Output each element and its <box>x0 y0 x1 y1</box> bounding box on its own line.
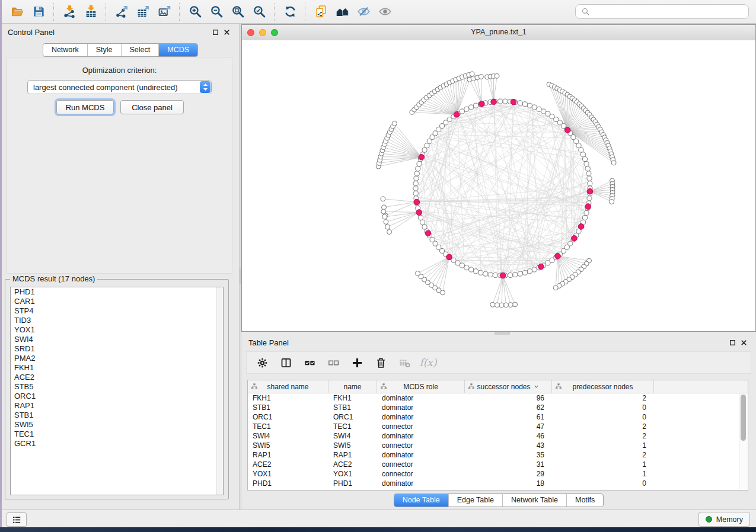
network-canvas[interactable] <box>242 40 755 331</box>
gear-button[interactable] <box>255 355 269 370</box>
tab-network-table[interactable]: Network Table <box>502 494 566 507</box>
close-icon <box>740 339 748 347</box>
add-column-button[interactable] <box>350 355 364 370</box>
table-row[interactable]: SWI5SWI5connector431 <box>248 441 748 450</box>
mcds-result-item[interactable]: PHD1 <box>11 287 223 297</box>
save-session-button[interactable] <box>28 2 49 21</box>
close-panel-button[interactable]: Close panel <box>120 100 184 114</box>
cell-name: SWI4 <box>328 432 377 440</box>
column-header-filler <box>654 380 748 393</box>
mcds-result-item[interactable]: RAP1 <box>11 401 223 411</box>
table-row[interactable]: YOX1YOX1connector291 <box>248 469 748 479</box>
task-history-button[interactable] <box>7 512 27 527</box>
column-header-mcds-role[interactable]: MCDS role <box>377 380 465 393</box>
cell-shared-name: SWI4 <box>248 432 328 440</box>
search-icon <box>580 7 591 17</box>
cell-predecessor-nodes: 0 <box>552 479 654 488</box>
import-network-button[interactable] <box>59 2 80 21</box>
zoom-fit-button[interactable] <box>227 2 248 21</box>
list-scrollbar[interactable] <box>216 287 223 495</box>
mcds-result-item[interactable]: SWI5 <box>11 420 223 430</box>
close-icon[interactable] <box>223 28 231 37</box>
gear-icon <box>256 357 269 369</box>
table-row[interactable]: TEC1TEC1connector472 <box>248 422 748 431</box>
zoom-out-icon <box>210 5 224 18</box>
mcds-result-item[interactable]: SRD1 <box>11 344 223 354</box>
cell-shared-name: FKH1 <box>248 394 328 402</box>
share-document-button[interactable] <box>310 2 331 21</box>
table-row[interactable]: STB1STB1dominator620 <box>248 403 748 412</box>
mcds-result-item[interactable]: PMA2 <box>11 354 223 363</box>
search-box[interactable] <box>575 4 749 19</box>
open-file-button[interactable] <box>7 2 28 21</box>
network-window-titlebar[interactable]: YPA_prune.txt_1 <box>242 25 755 41</box>
desktop-wallpaper <box>0 527 756 532</box>
delete-column-button[interactable] <box>374 355 388 370</box>
show-all-button[interactable] <box>374 2 395 21</box>
mcds-result-item[interactable]: STB5 <box>11 382 223 392</box>
cell-predecessor-nodes: 2 <box>552 432 654 440</box>
split-columns-button[interactable] <box>279 355 293 370</box>
mcds-result-list[interactable]: PHD1CAR1STP4TID3YOX1SWI4SRD1PMA2FKH1ACE2… <box>10 287 224 495</box>
table-row[interactable]: FKH1FKH1dominator962 <box>248 393 748 403</box>
criterion-select[interactable]: largest connected component (undirected) <box>27 80 212 94</box>
mcds-result-item[interactable]: SWI4 <box>11 335 223 344</box>
scrollbar-thumb[interactable] <box>741 395 746 441</box>
network-graph[interactable] <box>242 40 755 331</box>
column-header-name[interactable]: name <box>328 380 377 393</box>
mcds-result-item[interactable]: ACE2 <box>11 373 223 382</box>
cell-shared-name: PHD1 <box>248 479 328 488</box>
mcds-result-item[interactable]: FKH1 <box>11 363 223 373</box>
cell-mcds-role: dominator <box>377 479 465 488</box>
zoom-out-button[interactable] <box>206 2 227 21</box>
select-all-columns-button[interactable] <box>302 355 317 370</box>
export-image-button[interactable] <box>154 2 175 21</box>
delete-table-icon <box>398 357 411 369</box>
search-input[interactable] <box>594 7 744 17</box>
import-table-icon <box>84 5 98 18</box>
mcds-result-item[interactable]: STB1 <box>11 411 223 420</box>
tab-node-table[interactable]: Node Table <box>394 494 448 507</box>
column-header-shared-name[interactable]: shared name <box>248 380 328 393</box>
table-scrollbar[interactable] <box>739 393 747 489</box>
memory-button[interactable]: Memory <box>698 512 750 527</box>
mcds-result-item[interactable]: ORC1 <box>11 392 223 401</box>
table-row[interactable]: RAP1RAP1dominator352 <box>248 450 748 460</box>
tab-network[interactable]: Network <box>43 44 87 56</box>
unselect-all-columns-button[interactable] <box>326 355 340 370</box>
column-header-successor-nodes[interactable]: successor nodes <box>465 380 552 393</box>
column-header-predecessor-nodes[interactable]: predecessor nodes <box>552 380 654 393</box>
mcds-result-item[interactable]: STP4 <box>11 306 223 316</box>
mcds-result-item[interactable]: CAR1 <box>11 297 223 306</box>
float-icon[interactable] <box>212 28 220 37</box>
run-mcds-button[interactable]: Run MCDS <box>56 100 114 114</box>
table-row[interactable]: ORC1ORC1dominator610 <box>248 412 748 422</box>
tab-mcds[interactable]: MCDS <box>158 44 197 56</box>
export-table-button[interactable] <box>132 2 154 21</box>
close-icon[interactable] <box>740 339 748 347</box>
export-network-button[interactable] <box>111 2 132 21</box>
tab-edge-table[interactable]: Edge Table <box>448 494 502 507</box>
mcds-result-item[interactable]: GCR1 <box>11 439 223 448</box>
zoom-selected-button[interactable] <box>248 2 270 21</box>
mcds-result-item[interactable]: TID3 <box>11 316 223 325</box>
hide-selected-button[interactable] <box>353 2 374 21</box>
table-row[interactable]: SWI4SWI4dominator462 <box>248 431 748 441</box>
refresh-button[interactable] <box>279 2 301 21</box>
table-row[interactable]: PHD1PHD1dominator180 <box>248 479 748 488</box>
zoom-in-button[interactable] <box>184 2 206 21</box>
mcds-result-item[interactable]: TEC1 <box>11 430 223 439</box>
cell-name: PHD1 <box>328 479 377 488</box>
control-panel-tabs: NetworkStyleSelectMCDS <box>43 43 198 57</box>
first-neighbors-button[interactable] <box>331 2 353 21</box>
tab-select[interactable]: Select <box>121 44 159 56</box>
open-file-icon <box>11 5 24 18</box>
float-icon[interactable] <box>729 339 737 347</box>
tab-motifs[interactable]: Motifs <box>566 494 603 507</box>
mcds-result-item[interactable]: YOX1 <box>11 325 223 335</box>
cell-shared-name: ACE2 <box>248 460 328 469</box>
tab-style[interactable]: Style <box>87 44 121 56</box>
import-table-button[interactable] <box>80 2 101 21</box>
cell-successor-nodes: 43 <box>465 441 552 450</box>
table-row[interactable]: ACE2ACE2connector311 <box>248 460 748 469</box>
